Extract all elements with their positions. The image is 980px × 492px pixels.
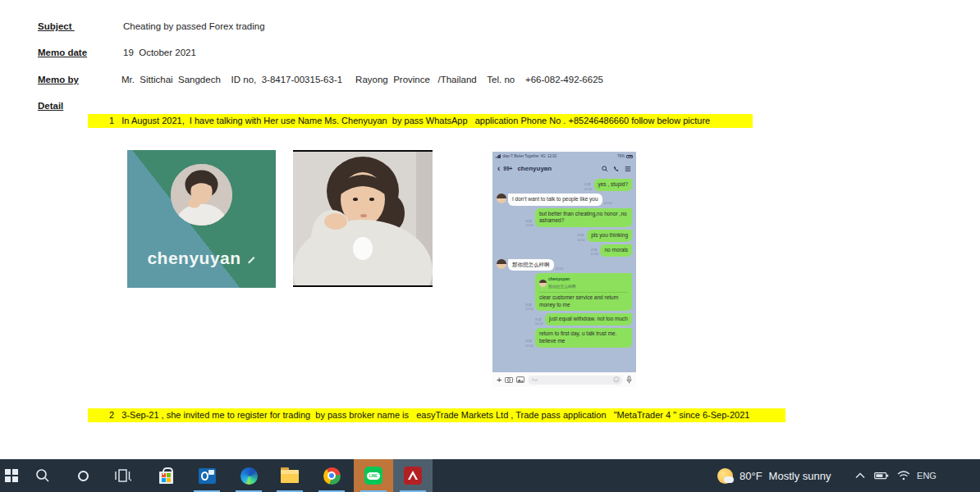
memo-by-label: Memo by bbox=[38, 75, 79, 84]
phone-icon bbox=[613, 166, 620, 172]
quoted-reply: chenyuyan那你想怎么样啊 bbox=[539, 276, 628, 293]
clock-time: 8:26 AM bbox=[946, 489, 980, 492]
tray-expand-button[interactable] bbox=[852, 459, 868, 492]
file-explorer-icon bbox=[281, 470, 299, 483]
message-bubble: pls you thinking bbox=[587, 230, 632, 242]
menu-icon bbox=[625, 166, 631, 172]
quoted-name: chenyuyan bbox=[548, 276, 570, 281]
chat-screenshot-image[interactable]: dtac-T Better Together 4G 12:02 76% ‹ 99… bbox=[492, 152, 636, 387]
battery-icon bbox=[626, 155, 633, 158]
file-explorer-button[interactable] bbox=[270, 459, 309, 492]
unread-badge: 99+ bbox=[503, 166, 512, 171]
clock[interactable]: 8:26 AM 29/10/2021 bbox=[946, 462, 980, 492]
acrobat-icon bbox=[404, 467, 422, 485]
message-bubble: just equal withdraw. not too much bbox=[545, 313, 632, 326]
chat-message: 已读 12:02no morals bbox=[497, 244, 632, 257]
cortana-button[interactable] bbox=[63, 459, 103, 492]
message-time: 12:02 bbox=[556, 266, 564, 271]
weather-icon bbox=[717, 468, 733, 484]
phone-status-bar: dtac-T Better Together 4G 12:02 76% bbox=[492, 152, 636, 161]
detail-item-2: 2 3-Sep-21 , she invited me to register … bbox=[88, 408, 785, 422]
message-bubble: return to first day, u talk trust me. be… bbox=[535, 328, 632, 348]
portrait-illustration bbox=[171, 164, 232, 226]
input-placeholder: Aa bbox=[531, 377, 537, 382]
avatar bbox=[497, 259, 506, 269]
chat-message: 那你想怎么样啊12:02 bbox=[497, 259, 632, 271]
detail-item-1: 1 In August 2021, I have talking with He… bbox=[88, 114, 753, 128]
avatar bbox=[539, 280, 547, 287]
search-icon bbox=[35, 468, 50, 483]
read-receipt: 已读 12:02 bbox=[525, 219, 534, 227]
network-tray-button[interactable] bbox=[895, 459, 913, 492]
plus-icon: + bbox=[497, 376, 501, 385]
battery-tray-button[interactable] bbox=[872, 459, 891, 492]
image-icon bbox=[516, 376, 524, 383]
microsoft-store-button[interactable] bbox=[146, 459, 185, 492]
read-receipt: 已读 12:02 bbox=[584, 182, 592, 190]
message-bubble: yes , stupid? bbox=[594, 179, 633, 191]
message-bubble: but better than cheating,no honor ,no as… bbox=[535, 208, 632, 228]
outlook-button[interactable] bbox=[187, 459, 227, 492]
microsoft-store-icon bbox=[159, 472, 173, 484]
chat-message: 已读 12:02return to first day, u talk trus… bbox=[497, 328, 632, 348]
line-app-button[interactable]: LINE bbox=[354, 459, 393, 492]
memo-date-label: Memo date bbox=[38, 48, 87, 57]
weather-widget[interactable]: 80°F Mostly sunny bbox=[717, 459, 831, 492]
memo-by-value: Mr. Sittichai Sangdech ID no, 3-8417-003… bbox=[121, 75, 603, 84]
message-time: 12:02 bbox=[604, 201, 612, 205]
message-bubble: I don't want to talk to people like you bbox=[508, 194, 602, 206]
read-receipt: 已读 12:02 bbox=[535, 317, 543, 326]
edge-button[interactable] bbox=[229, 459, 268, 492]
chat-messages: 已读 12:02yes , stupid? I don't want to ta… bbox=[492, 176, 636, 372]
status-time: 12:02 bbox=[547, 154, 556, 158]
read-receipt: 已读 12:02 bbox=[577, 233, 585, 241]
desktop: Subject Cheating by passed Forex trading… bbox=[0, 0, 980, 492]
weather-desc: Mostly sunny bbox=[769, 470, 831, 482]
memo-date-value: 19 October 2021 bbox=[123, 48, 196, 57]
cortana-icon bbox=[78, 471, 89, 481]
message-input: Aa bbox=[528, 376, 623, 385]
chevron-up-icon bbox=[855, 472, 865, 479]
back-icon: ‹ bbox=[497, 165, 500, 173]
edge-icon bbox=[240, 467, 258, 485]
taskbar-search-button[interactable] bbox=[23, 459, 62, 492]
message-text: clear customer service and return money … bbox=[539, 294, 618, 308]
subject-label: Subject bbox=[38, 21, 75, 31]
profile-name-text: chenyuyan bbox=[147, 248, 240, 267]
weather-temp: 80°F bbox=[740, 470, 762, 482]
profile-name: chenyuyan bbox=[127, 248, 276, 268]
subject-value: Cheating by passed Forex trading bbox=[123, 21, 265, 31]
message-bubble: no morals bbox=[600, 244, 632, 257]
chat-message: 已读 12:02just equal withdraw. not too muc… bbox=[497, 313, 632, 326]
profile-card-image[interactable]: chenyuyan bbox=[127, 150, 276, 288]
chrome-icon bbox=[323, 467, 341, 485]
line-icon: LINE bbox=[364, 467, 382, 485]
portrait-photo-image[interactable] bbox=[293, 150, 433, 287]
avatar bbox=[497, 194, 506, 203]
task-view-button[interactable] bbox=[103, 459, 143, 492]
read-receipt: 已读 12:02 bbox=[525, 339, 534, 347]
camera-icon bbox=[505, 376, 513, 383]
chat-message: 已读 12:02 chenyuyan那你想怎么样啊 clear customer… bbox=[497, 273, 632, 311]
signal-icon bbox=[496, 154, 501, 158]
network-label: 4G bbox=[541, 154, 546, 158]
quoted-text: 那你想怎么样啊 bbox=[548, 285, 576, 289]
chat-message: 已读 12:02pls you thinking bbox=[497, 230, 632, 242]
battery-percent: 76% bbox=[617, 154, 625, 158]
acrobat-button[interactable] bbox=[393, 459, 433, 492]
wifi-icon bbox=[897, 471, 910, 481]
language-tray-button[interactable]: ENG bbox=[913, 459, 941, 492]
contact-name: chenyuyan bbox=[517, 165, 552, 172]
read-receipt: 已读 12:02 bbox=[590, 248, 598, 256]
chrome-button[interactable] bbox=[312, 459, 351, 492]
carrier-label: dtac-T Better Together bbox=[502, 154, 539, 158]
chat-message: 已读 12:02but better than cheating,no hono… bbox=[497, 208, 632, 228]
read-receipt: 已读 12:02 bbox=[525, 303, 534, 311]
chat-header: ‹ 99+ chenyuyan bbox=[492, 161, 636, 176]
message-bubble-with-quote: chenyuyan那你想怎么样啊 clear customer service … bbox=[535, 273, 632, 311]
chat-message: 已读 12:02yes , stupid? bbox=[497, 179, 632, 191]
taskbar: LINE 80°F Mostly sunny ENG 8:26 AM 29/10… bbox=[0, 459, 980, 492]
windows-logo-icon bbox=[5, 469, 18, 482]
pencil-icon bbox=[246, 248, 256, 268]
detail-label: Detail bbox=[38, 101, 63, 111]
